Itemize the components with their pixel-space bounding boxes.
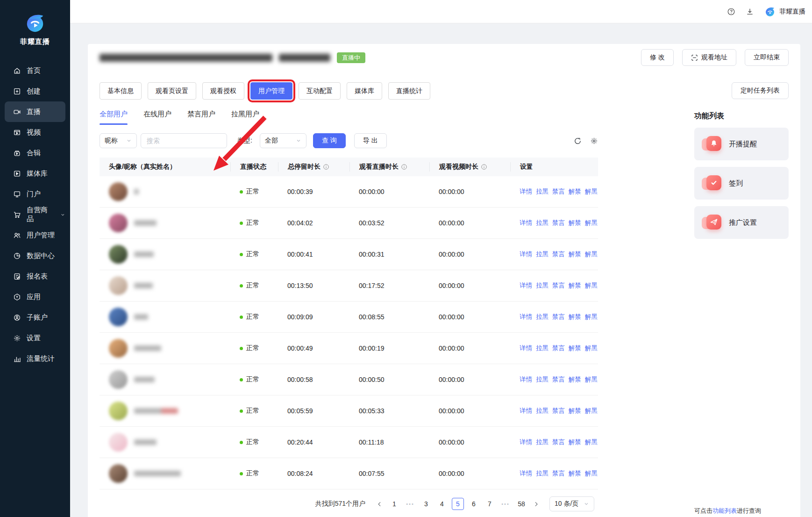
action-unmute[interactable]: 解禁 <box>569 438 581 446</box>
action-unblacklist[interactable]: 解黑 <box>585 250 598 258</box>
action-blacklist[interactable]: 拉黑 <box>536 344 548 352</box>
action-unblacklist[interactable]: 解黑 <box>585 469 598 478</box>
action-unmute[interactable]: 解禁 <box>569 407 581 415</box>
sidebar-item-apps[interactable]: 应用 <box>5 287 65 307</box>
action-blacklist[interactable]: 拉黑 <box>536 407 548 415</box>
action-mute[interactable]: 禁言 <box>552 407 565 415</box>
subtab-blacklisted-users[interactable]: 拉黑用户 <box>231 110 259 125</box>
action-unblacklist[interactable]: 解黑 <box>585 219 598 227</box>
action-mute[interactable]: 禁言 <box>552 438 565 446</box>
help-circle-icon[interactable] <box>727 7 735 16</box>
export-button[interactable]: 导 出 <box>354 133 387 148</box>
action-blacklist[interactable]: 拉黑 <box>536 438 548 446</box>
action-mute[interactable]: 禁言 <box>552 281 565 290</box>
action-blacklist[interactable]: 拉黑 <box>536 375 548 384</box>
action-mute[interactable]: 禁言 <box>552 219 565 227</box>
action-detail[interactable]: 详情 <box>520 438 532 446</box>
sidebar-item-media-library[interactable]: 媒体库 <box>5 163 65 184</box>
action-unmute[interactable]: 解禁 <box>569 344 581 352</box>
refresh-icon[interactable] <box>574 137 582 145</box>
action-detail[interactable]: 详情 <box>520 344 532 352</box>
sidebar-item-live[interactable]: 直播 <box>5 101 65 122</box>
type-select[interactable]: 全部 <box>260 133 306 148</box>
action-unmute[interactable]: 解禁 <box>569 187 581 196</box>
timer-task-list-button[interactable]: 定时任务列表 <box>732 82 789 99</box>
action-unmute[interactable]: 解禁 <box>569 219 581 227</box>
page-3[interactable]: 3 <box>420 498 432 510</box>
page-ellipsis[interactable]: ••• <box>404 498 416 510</box>
action-mute[interactable]: 禁言 <box>552 344 565 352</box>
page-4[interactable]: 4 <box>436 498 448 510</box>
action-unblacklist[interactable]: 解黑 <box>585 313 598 321</box>
end-now-button[interactable]: 立即结束 <box>745 49 789 66</box>
tab-live-stats[interactable]: 直播统计 <box>388 82 430 100</box>
page-5-current[interactable]: 5 <box>452 498 464 510</box>
page-ellipsis[interactable]: ••• <box>499 498 512 510</box>
action-unmute[interactable]: 解禁 <box>569 375 581 384</box>
action-unmute[interactable]: 解禁 <box>569 281 581 290</box>
action-mute[interactable]: 禁言 <box>552 313 565 321</box>
page-6[interactable]: 6 <box>468 498 480 510</box>
action-detail[interactable]: 详情 <box>520 281 532 290</box>
action-unblacklist[interactable]: 解黑 <box>585 375 598 384</box>
action-unmute[interactable]: 解禁 <box>569 469 581 478</box>
nickname-field-select[interactable]: 昵称 <box>100 133 137 148</box>
function-list-link[interactable]: 功能列表 <box>712 507 737 514</box>
sidebar-item-sub-account[interactable]: 子账户 <box>5 307 65 328</box>
sidebar-item-data-center[interactable]: 数据中心 <box>5 245 65 266</box>
watch-url-button[interactable]: 观看地址 <box>682 49 736 66</box>
tab-user-management[interactable]: 用户管理 <box>250 82 292 100</box>
prev-page-icon[interactable] <box>377 501 383 507</box>
action-blacklist[interactable]: 拉黑 <box>536 219 548 227</box>
page-1[interactable]: 1 <box>388 498 400 510</box>
sidebar-item-traffic-stats[interactable]: 流量统计 <box>5 348 65 369</box>
action-unblacklist[interactable]: 解黑 <box>585 187 598 196</box>
search-input[interactable] <box>141 133 227 148</box>
action-unblacklist[interactable]: 解黑 <box>585 281 598 290</box>
tab-watch-authorization[interactable]: 观看授权 <box>202 82 244 100</box>
info-circle-icon[interactable] <box>401 164 407 170</box>
panel-item-live-reminder[interactable]: 开播提醒 <box>694 128 789 160</box>
action-detail[interactable]: 详情 <box>520 187 532 196</box>
action-unmute[interactable]: 解禁 <box>569 313 581 321</box>
tab-basic-info[interactable]: 基本信息 <box>100 82 142 100</box>
sidebar-item-settings[interactable]: 设置 <box>5 328 65 348</box>
action-mute[interactable]: 禁言 <box>552 469 565 478</box>
page-size-select[interactable]: 10 条/页 <box>549 496 594 511</box>
sidebar-item-user-management[interactable]: 用户管理 <box>5 225 65 245</box>
next-page-icon[interactable] <box>533 501 539 507</box>
action-detail[interactable]: 详情 <box>520 313 532 321</box>
action-mute[interactable]: 禁言 <box>552 250 565 258</box>
info-circle-icon[interactable] <box>323 164 329 170</box>
gear-icon[interactable] <box>590 137 598 145</box>
tab-interaction-config[interactable]: 互动配置 <box>299 82 341 100</box>
action-blacklist[interactable]: 拉黑 <box>536 469 548 478</box>
info-circle-icon[interactable] <box>481 164 487 170</box>
modify-button[interactable]: 修 改 <box>641 49 674 66</box>
download-icon[interactable] <box>746 7 754 16</box>
subtab-muted-users[interactable]: 禁言用户 <box>187 110 215 125</box>
tab-watch-page-settings[interactable]: 观看页设置 <box>148 82 196 100</box>
sidebar-item-own-products[interactable]: 自营商品 <box>5 204 65 225</box>
action-blacklist[interactable]: 拉黑 <box>536 281 548 290</box>
sidebar-item-registration-form[interactable]: 报名表 <box>5 266 65 287</box>
panel-item-check-in[interactable]: 签到 <box>694 167 789 200</box>
user-account[interactable]: 菲耀直播 <box>764 6 805 17</box>
subtab-online-users[interactable]: 在线用户 <box>143 110 171 125</box>
action-mute[interactable]: 禁言 <box>552 375 565 384</box>
action-unmute[interactable]: 解禁 <box>569 250 581 258</box>
sidebar-item-video[interactable]: 视频 <box>5 122 65 143</box>
sidebar-item-portal[interactable]: 门户 <box>5 184 65 204</box>
action-detail[interactable]: 详情 <box>520 407 532 415</box>
query-button[interactable]: 查 询 <box>313 133 346 148</box>
action-detail[interactable]: 详情 <box>520 250 532 258</box>
action-blacklist[interactable]: 拉黑 <box>536 187 548 196</box>
action-detail[interactable]: 详情 <box>520 219 532 227</box>
action-blacklist[interactable]: 拉黑 <box>536 250 548 258</box>
sidebar-item-album[interactable]: 合辑 <box>5 143 65 163</box>
action-unblacklist[interactable]: 解黑 <box>585 407 598 415</box>
page-58[interactable]: 58 <box>515 498 527 510</box>
action-unblacklist[interactable]: 解黑 <box>585 344 598 352</box>
sidebar-item-create[interactable]: 创建 <box>5 81 65 101</box>
action-mute[interactable]: 禁言 <box>552 187 565 196</box>
